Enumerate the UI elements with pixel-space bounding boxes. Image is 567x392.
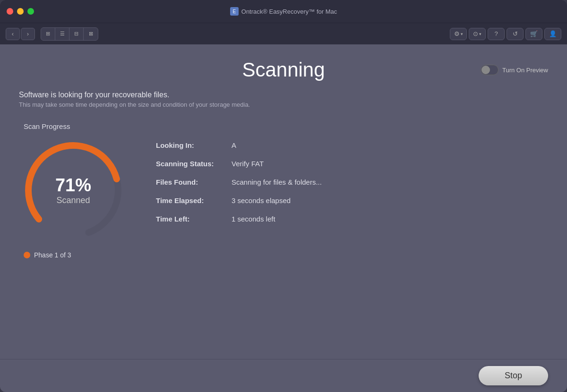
preview-toggle-label: Turn On Preview	[502, 67, 548, 74]
toolbar-right: ⚙ ▾ ⊙ ▾ ? ↺ 🛒 👤	[450, 28, 561, 40]
info-value: A	[232, 141, 236, 149]
info-row: Files Found:Scanning for files & folders…	[156, 178, 548, 186]
preview-toggle-switch[interactable]	[481, 65, 498, 75]
info-row: Looking In:A	[156, 141, 548, 149]
info-label: Files Found:	[156, 178, 232, 186]
settings-button[interactable]: ⚙ ▾	[450, 28, 467, 40]
view-cover[interactable]: ⊠	[84, 28, 98, 40]
page-header: Scanning Turn On Preview	[19, 59, 548, 81]
info-row: Time Elapsed:3 seconds elapsed	[156, 196, 548, 205]
toolbar-views: ⊞ ☰ ⊟ ⊠	[41, 27, 98, 41]
progress-center-text: 71% Scanned	[55, 176, 91, 205]
titlebar-title: E Ontrack® EasyRecovery™ for Mac	[230, 7, 337, 16]
progress-percent: 71%	[55, 176, 91, 196]
titlebar: E Ontrack® EasyRecovery™ for Mac	[0, 0, 567, 23]
close-button[interactable]	[7, 8, 13, 15]
scan-button[interactable]: ⊙ ▾	[469, 28, 486, 40]
progress-scanned-label: Scanned	[55, 195, 91, 205]
toolbar-nav: ‹ ›	[6, 28, 35, 40]
app-icon: E	[230, 7, 239, 16]
toolbar: ‹ › ⊞ ☰ ⊟ ⊠ ⚙ ▾ ⊙ ▾ ? ↺ 🛒 👤	[0, 23, 567, 44]
history-button[interactable]: ↺	[507, 28, 524, 40]
description-sub: This may take some time depending on the…	[19, 101, 548, 108]
back-button[interactable]: ‹	[6, 28, 20, 40]
cart-button[interactable]: 🛒	[525, 28, 542, 40]
user-button[interactable]: 👤	[544, 28, 561, 40]
info-label: Time Elapsed:	[156, 196, 232, 205]
help-button[interactable]: ?	[488, 28, 505, 40]
forward-button[interactable]: ›	[21, 28, 35, 40]
page-title: Scanning	[242, 59, 325, 81]
circular-progress: 71% Scanned	[19, 136, 128, 245]
info-label: Scanning Status:	[156, 160, 232, 168]
info-value: 3 seconds elapsed	[232, 196, 291, 205]
progress-section: Scan Progress 71% Scanned Phase 1 of 3	[19, 122, 128, 259]
info-row: Scanning Status:Verify FAT	[156, 160, 548, 168]
window-controls	[7, 8, 34, 15]
info-row: Time Left:1 seconds left	[156, 215, 548, 223]
bottom-bar: Stop	[0, 359, 567, 392]
preview-toggle-container: Turn On Preview	[481, 65, 548, 75]
scan-area: Scan Progress 71% Scanned Phase 1 of 3	[19, 122, 548, 349]
description-main: Software is looking for your recoverable…	[19, 91, 548, 99]
view-columns[interactable]: ⊟	[69, 28, 84, 40]
info-value: 1 seconds left	[232, 215, 275, 223]
minimize-button[interactable]	[17, 8, 24, 15]
view-grid[interactable]: ⊞	[41, 28, 55, 40]
phase-dot-icon	[24, 252, 30, 258]
maximize-button[interactable]	[27, 8, 34, 15]
main-content: Scanning Turn On Preview Software is loo…	[0, 44, 567, 359]
stop-button[interactable]: Stop	[479, 366, 548, 385]
description-area: Software is looking for your recoverable…	[19, 91, 548, 108]
info-label: Looking In:	[156, 141, 232, 149]
info-section: Looking In:AScanning Status:Verify FATFi…	[156, 122, 548, 233]
info-value: Verify FAT	[232, 160, 264, 168]
info-label: Time Left:	[156, 215, 232, 223]
info-value: Scanning for files & folders...	[232, 178, 322, 186]
view-list[interactable]: ☰	[55, 28, 69, 40]
